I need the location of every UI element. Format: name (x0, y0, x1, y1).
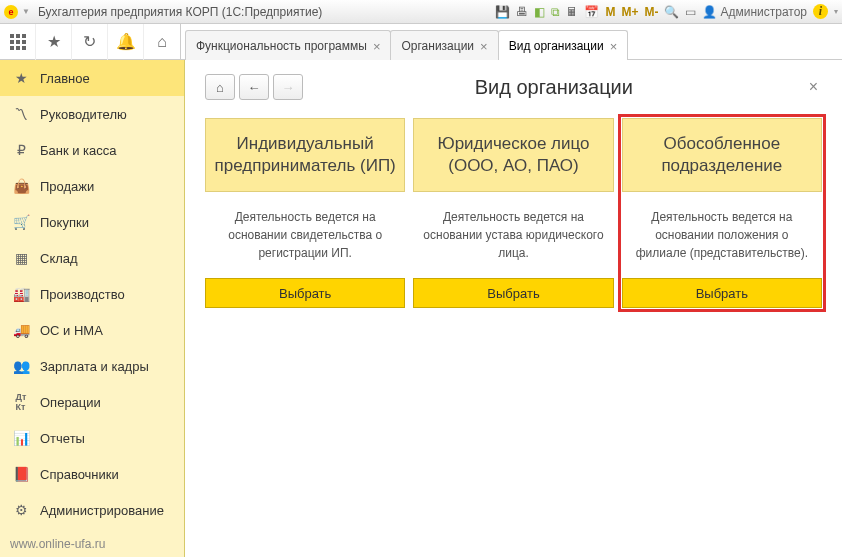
sidebar-item-label: Отчеты (40, 431, 85, 446)
factory-icon: 🏭 (12, 285, 30, 303)
people-icon: 👥 (12, 357, 30, 375)
card-title: Индивидуальный предприниматель (ИП) (205, 118, 405, 192)
chart-line-icon: 〽 (12, 105, 30, 123)
page-title: Вид организации (303, 76, 805, 99)
sidebar-item-admin[interactable]: ⚙Администрирование (0, 492, 184, 528)
sidebar-item-payroll[interactable]: 👥Зарплата и кадры (0, 348, 184, 384)
tab-organizations[interactable]: Организации × (390, 30, 498, 60)
nav-back-button[interactable]: ← (239, 74, 269, 100)
notifications-icon[interactable]: 🔔 (108, 24, 144, 60)
sidebar-footer: www.online-ufa.ru (0, 531, 184, 557)
history-icon[interactable]: ↻ (72, 24, 108, 60)
select-button[interactable]: Выбрать (622, 278, 822, 308)
calendar-icon[interactable]: 📅 (584, 5, 599, 19)
sidebar-item-assets[interactable]: 🚚ОС и НМА (0, 312, 184, 348)
bag-icon: 👜 (12, 177, 30, 195)
sidebar-item-label: Администрирование (40, 503, 164, 518)
calculator-icon[interactable]: 🖩 (566, 5, 578, 19)
sidebar-item-label: Производство (40, 287, 125, 302)
dtkt-icon: ДтКт (12, 393, 30, 411)
memory-m-icon[interactable]: M (605, 5, 615, 19)
save-icon[interactable]: 💾 (495, 5, 510, 19)
card-title: Юридическое лицо (ООО, АО, ПАО) (413, 118, 613, 192)
nav-forward-button[interactable]: → (273, 74, 303, 100)
sidebar-item-sales[interactable]: 👜Продажи (0, 168, 184, 204)
select-button[interactable]: Выбрать (413, 278, 613, 308)
card-description: Деятельность ведется на основании устава… (413, 192, 613, 278)
sidebar-item-label: Главное (40, 71, 90, 86)
book-icon: 📕 (12, 465, 30, 483)
close-icon[interactable]: × (610, 40, 618, 53)
info-dropdown-icon[interactable]: ▾ (834, 7, 838, 16)
sidebar-item-label: Справочники (40, 467, 119, 482)
bars-icon: 📊 (12, 429, 30, 447)
org-type-cards: Индивидуальный предприниматель (ИП) Деят… (205, 118, 822, 308)
tab-bar: Функциональность программы × Организации… (181, 24, 627, 59)
boxes-icon: ▦ (12, 249, 30, 267)
app-body: ★Главное 〽Руководителю ₽Банк и касса 👜Пр… (0, 60, 842, 557)
user-menu[interactable]: 👤 Администратор (702, 5, 807, 19)
info-icon[interactable]: i (813, 4, 828, 19)
sidebar-item-reports[interactable]: 📊Отчеты (0, 420, 184, 456)
tab-org-type[interactable]: Вид организации × (498, 30, 629, 60)
toolbar-icons: ★ ↻ 🔔 ⌂ (0, 24, 181, 59)
print-icon[interactable]: 🖶 (516, 5, 528, 19)
memory-mminus-icon[interactable]: M- (644, 5, 658, 19)
nav-home-button[interactable]: ⌂ (205, 74, 235, 100)
sidebar-item-label: Покупки (40, 215, 89, 230)
sidebar-item-label: Продажи (40, 179, 94, 194)
zoom-icon[interactable]: 🔍 (664, 5, 679, 19)
sidebar-item-operations[interactable]: ДтКтОперации (0, 384, 184, 420)
sidebar-item-label: Руководителю (40, 107, 127, 122)
sidebar-item-main[interactable]: ★Главное (0, 60, 184, 96)
user-icon: 👤 (702, 5, 717, 19)
tab-functionality[interactable]: Функциональность программы × (185, 30, 391, 60)
content-area: ⌂ ← → Вид организации × Индивидуальный п… (185, 60, 842, 557)
select-button[interactable]: Выбрать (205, 278, 405, 308)
close-icon[interactable]: × (480, 40, 488, 53)
main-toolbar: ★ ↻ 🔔 ⌂ Функциональность программы × Орг… (0, 24, 842, 60)
copy-icon[interactable]: ⧉ (551, 5, 560, 19)
card-separate-division: Обособленное подразделение Деятельность … (620, 116, 824, 310)
card-ip: Индивидуальный предприниматель (ИП) Деят… (205, 118, 405, 308)
window-icon[interactable]: ▭ (685, 5, 696, 19)
sidebar-item-manager[interactable]: 〽Руководителю (0, 96, 184, 132)
tab-label: Функциональность программы (196, 39, 367, 53)
content-close-icon[interactable]: × (805, 78, 822, 96)
sidebar-item-warehouse[interactable]: ▦Склад (0, 240, 184, 276)
app-menu-dropdown-icon[interactable]: ▼ (22, 7, 30, 16)
compare-icon[interactable]: ◧ (534, 5, 545, 19)
sidebar-item-label: Банк и касса (40, 143, 117, 158)
favorite-icon[interactable]: ★ (36, 24, 72, 60)
tab-label: Организации (401, 39, 474, 53)
tab-label: Вид организации (509, 39, 604, 53)
sidebar-item-label: Операции (40, 395, 101, 410)
card-title: Обособленное подразделение (622, 118, 822, 192)
card-legal-entity: Юридическое лицо (ООО, АО, ПАО) Деятельн… (413, 118, 613, 308)
card-description: Деятельность ведется на основании положе… (622, 192, 822, 278)
sidebar-item-label: ОС и НМА (40, 323, 103, 338)
content-header: ⌂ ← → Вид организации × (205, 74, 822, 100)
truck-icon: 🚚 (12, 321, 30, 339)
home-icon[interactable]: ⌂ (144, 24, 180, 60)
content-nav: ⌂ ← → (205, 74, 303, 100)
gear-icon: ⚙ (12, 501, 30, 519)
user-name: Администратор (720, 5, 807, 19)
sidebar-item-bank[interactable]: ₽Банк и касса (0, 132, 184, 168)
sidebar-item-label: Склад (40, 251, 78, 266)
sidebar-item-production[interactable]: 🏭Производство (0, 276, 184, 312)
ruble-icon: ₽ (12, 141, 30, 159)
sidebar-item-catalogs[interactable]: 📕Справочники (0, 456, 184, 492)
close-icon[interactable]: × (373, 40, 381, 53)
titlebar: e ▼ Бухгалтерия предприятия КОРП (1С:Пре… (0, 0, 842, 24)
window-title: Бухгалтерия предприятия КОРП (1С:Предпри… (38, 5, 322, 19)
cart-icon: 🛒 (12, 213, 30, 231)
sidebar-item-purchases[interactable]: 🛒Покупки (0, 204, 184, 240)
sidebar-item-label: Зарплата и кадры (40, 359, 149, 374)
memory-mplus-icon[interactable]: M+ (621, 5, 638, 19)
titlebar-actions: 💾 🖶 ◧ ⧉ 🖩 📅 M M+ M- 🔍 ▭ 👤 Администратор … (495, 4, 838, 19)
apps-icon[interactable] (0, 24, 36, 60)
app-logo-icon: e (4, 5, 18, 19)
star-icon: ★ (12, 69, 30, 87)
sidebar: ★Главное 〽Руководителю ₽Банк и касса 👜Пр… (0, 60, 185, 557)
